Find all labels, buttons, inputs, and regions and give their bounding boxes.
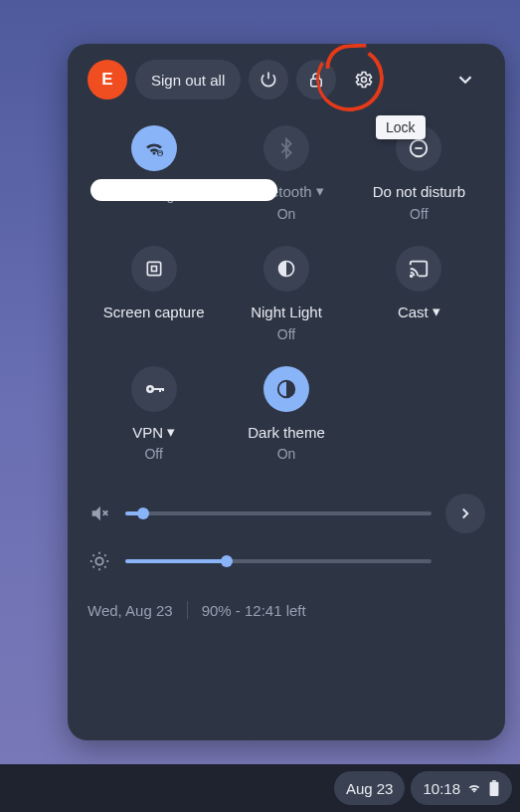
svg-rect-6 bbox=[151, 266, 156, 271]
tile-sublabel: On bbox=[277, 446, 296, 462]
caret-icon: ▾ bbox=[433, 303, 440, 321]
svg-rect-16 bbox=[492, 780, 496, 782]
power-button[interactable] bbox=[249, 60, 288, 100]
tile-vpn[interactable]: VPN▾ Off bbox=[87, 362, 220, 473]
wifi-icon bbox=[466, 780, 482, 796]
tile-label: Dark theme bbox=[248, 424, 325, 443]
volume-slider[interactable] bbox=[125, 511, 432, 515]
tile-sublabel: On bbox=[277, 206, 296, 222]
sign-out-button[interactable]: Sign out all bbox=[135, 60, 241, 100]
header-row: E Sign out all Lock bbox=[87, 60, 485, 100]
settings-button[interactable] bbox=[344, 60, 384, 100]
svg-rect-5 bbox=[147, 262, 160, 275]
shelf-status-chip[interactable]: 10:18 bbox=[411, 771, 512, 805]
shelf-time: 10:18 bbox=[423, 780, 460, 797]
panel-footer: Wed, Aug 23 90% - 12:41 left bbox=[87, 601, 485, 619]
footer-divider bbox=[187, 601, 188, 619]
screen-capture-icon bbox=[144, 259, 164, 279]
avatar[interactable]: E bbox=[87, 60, 127, 100]
sliders bbox=[87, 490, 485, 585]
caret-icon: ▾ bbox=[316, 182, 324, 201]
cast-icon bbox=[408, 258, 430, 280]
dnd-icon bbox=[408, 137, 430, 159]
quick-settings-panel: E Sign out all Lock bbox=[68, 44, 505, 740]
svg-rect-3 bbox=[158, 153, 161, 155]
tile-sublabel: Off bbox=[144, 446, 162, 462]
tile-label: Cast▾ bbox=[398, 304, 440, 322]
night-light-icon bbox=[276, 259, 296, 279]
power-icon bbox=[259, 70, 278, 90]
gear-icon bbox=[354, 70, 374, 90]
svg-point-15 bbox=[95, 558, 102, 565]
shelf-date-chip[interactable]: Aug 23 bbox=[334, 771, 406, 805]
footer-date: Wed, Aug 23 bbox=[87, 602, 173, 619]
tile-label: Screen capture bbox=[103, 304, 205, 322]
battery-icon bbox=[488, 780, 500, 796]
svg-rect-17 bbox=[490, 782, 499, 796]
svg-point-1 bbox=[362, 78, 367, 83]
footer-battery: 90% - 12:41 left bbox=[202, 602, 306, 619]
svg-rect-12 bbox=[162, 388, 164, 391]
brightness-slider[interactable] bbox=[125, 559, 432, 563]
audio-settings-button[interactable] bbox=[445, 494, 485, 533]
svg-rect-0 bbox=[311, 79, 322, 87]
tile-screen-capture[interactable]: Screen capture bbox=[87, 242, 220, 352]
vpn-key-icon bbox=[142, 377, 166, 401]
svg-point-8 bbox=[411, 275, 413, 277]
chevron-down-icon bbox=[454, 69, 476, 91]
svg-rect-11 bbox=[159, 388, 161, 392]
tile-label: VPN▾ bbox=[132, 424, 175, 443]
svg-rect-10 bbox=[153, 388, 163, 390]
lock-button[interactable] bbox=[296, 60, 336, 100]
shelf: Aug 23 10:18 bbox=[0, 764, 520, 812]
tile-sublabel: Off bbox=[410, 206, 428, 222]
tile-wifi[interactable]: Strong bbox=[87, 121, 220, 232]
volume-row bbox=[87, 490, 485, 537]
tile-label: Night Light bbox=[251, 304, 322, 322]
tile-bluetooth[interactable]: Bluetooth▾ On bbox=[220, 121, 352, 232]
tile-night-light[interactable]: Night Light Off bbox=[220, 242, 352, 352]
tile-dark-theme[interactable]: Dark theme On bbox=[220, 362, 352, 473]
svg-point-13 bbox=[148, 387, 151, 390]
brightness-row bbox=[87, 537, 485, 585]
quick-tiles-grid: Strong Bluetooth▾ On Do not disturb Off bbox=[87, 121, 485, 472]
lock-icon bbox=[307, 71, 325, 89]
bluetooth-icon bbox=[275, 137, 297, 159]
tile-label: Do not disturb bbox=[373, 183, 465, 202]
lock-tooltip: Lock bbox=[376, 115, 426, 139]
brightness-icon[interactable] bbox=[87, 549, 111, 573]
caret-icon: ▾ bbox=[167, 423, 175, 442]
volume-mute-icon[interactable] bbox=[87, 502, 111, 525]
dark-theme-icon bbox=[275, 378, 297, 400]
tile-sublabel: Off bbox=[277, 326, 295, 342]
redacted-wifi-name bbox=[90, 179, 277, 201]
tile-cast[interactable]: Cast▾ bbox=[353, 242, 485, 352]
collapse-button[interactable] bbox=[445, 60, 485, 100]
wifi-icon bbox=[142, 136, 166, 160]
chevron-right-icon bbox=[456, 505, 474, 522]
